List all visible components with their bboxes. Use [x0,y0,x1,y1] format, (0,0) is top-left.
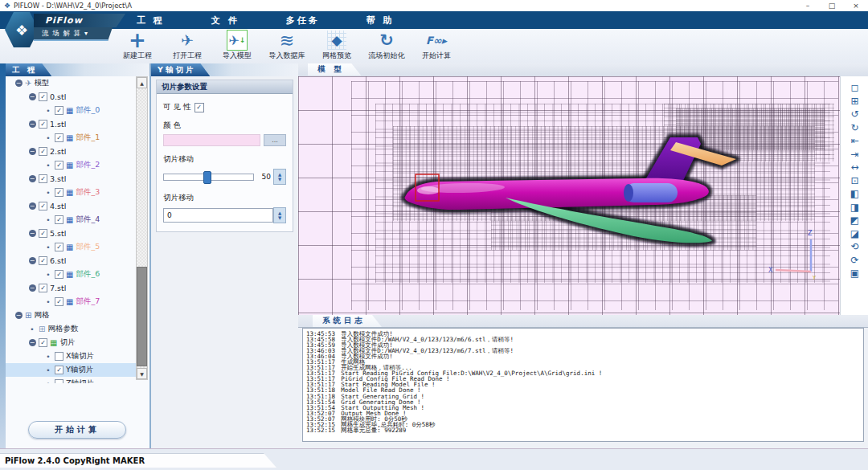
tree-item-label[interactable]: 网格参数 [47,324,78,334]
tree-expander-icon[interactable] [43,161,53,170]
tree-item-label[interactable]: 部件_5 [76,242,100,252]
tree-item-label[interactable]: 部件_0 [76,105,100,116]
scrollbar-thumb[interactable] [137,267,147,366]
tree-expander-icon[interactable] [43,216,53,224]
tree-row[interactable]: 网格参数 [6,322,138,336]
tree-checkbox[interactable] [39,256,47,265]
tree-row[interactable]: 模型 [6,76,138,90]
tree-row[interactable]: 部件_2 [6,158,138,172]
tree-expander-icon[interactable] [43,353,53,361]
view-control-icon[interactable]: ↺ [850,108,858,121]
tree-item-label[interactable]: 1.stl [50,120,66,129]
tree-expander-icon[interactable] [43,189,53,197]
tree-expander-icon[interactable] [27,175,37,182]
view-control-icon[interactable]: ⟳ [850,254,858,268]
tree-expander-icon[interactable] [27,121,37,128]
tree-item-label[interactable]: X轴切片 [66,351,94,362]
tree-expander-icon[interactable] [43,243,53,251]
tree-row[interactable]: 部件_5 [6,240,138,254]
spin-down-icon[interactable]: ▼ [278,215,281,220]
menu-item[interactable]: 工 程 [137,14,165,27]
tree-row[interactable]: 部件_7 [6,295,138,309]
maximize-button[interactable]: □ [820,0,844,11]
tree-checkbox[interactable] [39,284,47,292]
tree-expander-icon[interactable] [27,339,37,346]
tree-expander-icon[interactable] [27,202,37,210]
view-control-icon[interactable]: ◧ [850,187,859,201]
tree-checkbox[interactable] [39,229,47,238]
tree-expander-icon[interactable] [43,380,53,384]
tree-item-label[interactable]: 6.stl [50,256,66,265]
tree-checkbox[interactable] [55,366,63,374]
tree-row[interactable]: 4.stl [6,199,138,213]
view-control-icon[interactable]: ◪ [850,227,859,241]
tree-checkbox[interactable] [55,352,63,361]
tree-checkbox[interactable] [55,161,63,170]
minimize-button[interactable]: – [796,0,820,11]
tree-row[interactable]: Y轴切片 [6,363,138,377]
tree-item-label[interactable]: 部件_6 [76,269,100,280]
slider-handle[interactable] [203,171,211,184]
tree-expander-icon[interactable] [14,80,23,87]
scroll-up-icon[interactable] [137,77,147,88]
view-control-icon[interactable]: ⊡ [850,174,858,188]
tree-item-label[interactable]: 5.stl [50,229,66,238]
color-swatch[interactable] [163,134,260,146]
tree-row[interactable]: 网格 [6,309,138,322]
view-control-icon[interactable]: ↻ [850,121,858,135]
toolbar-button[interactable]: 打开工程 [162,30,212,63]
view-control-icon[interactable]: ⇤ [850,134,858,148]
tree-row[interactable]: 切片 [6,336,138,349]
tree-row[interactable]: 7.stl [6,281,138,295]
log-output[interactable]: 13:45:53导入数模文件成功! 13:45:58导入数模文件D:/WAH/V… [302,328,864,442]
tree-expander-icon[interactable] [27,93,37,100]
slice-move-slider[interactable] [163,174,254,181]
view-control-icon[interactable]: ◻ [851,81,859,95]
tree-checkbox[interactable] [55,297,63,306]
tree-checkbox[interactable] [55,106,63,115]
tree-row[interactable]: 部件_1 [6,131,138,145]
tree-checkbox[interactable] [39,120,47,129]
tree-expander-icon[interactable] [27,230,37,237]
tree-expander-icon[interactable] [43,107,53,115]
visibility-checkbox[interactable] [194,103,204,112]
tree-checkbox[interactable] [39,174,47,183]
tree-checkbox[interactable] [55,379,63,383]
tab-model[interactable]: 模 型 [308,63,361,76]
tree-expander-icon[interactable] [27,148,37,155]
view-control-icon[interactable]: ◩ [850,214,859,227]
tree-item-label[interactable]: 部件_2 [76,160,100,170]
view-control-icon[interactable]: ◨ [850,201,859,215]
toolbar-button[interactable]: 导入数据库 [262,30,312,63]
tree-checkbox[interactable] [55,270,63,279]
tree-item-label[interactable]: 部件_1 [76,133,100,143]
solver-mode-dropdown[interactable]: 流 场 解 算 [34,27,113,41]
tree-row[interactable]: 3.stl [6,172,138,186]
tree-row[interactable]: 2.stl [6,145,138,158]
toolbar-button[interactable]: 开始计算 [411,30,461,63]
tree-row[interactable]: 6.stl [6,254,138,268]
slice-move-input[interactable]: 0 [163,208,273,223]
slider-spinner[interactable]: ▲▼ [273,169,286,185]
tree-row[interactable]: Z轴切片 [6,377,138,383]
tab-system-log[interactable]: 系统日志 [313,315,382,327]
view-control-icon[interactable]: ⟲ [850,240,858,254]
tree-checkbox[interactable] [39,92,47,101]
tree-expander-icon[interactable] [14,312,23,319]
menu-item[interactable]: 文 件 [211,14,240,27]
tree-item-label[interactable]: 网格 [34,310,49,321]
toolbar-button[interactable]: 导入模型 [212,30,262,63]
tree-item-label[interactable]: Y轴切片 [66,365,93,375]
tree-expander-icon[interactable] [43,298,53,306]
tree-expander-icon[interactable] [27,257,37,264]
tree-expander-icon[interactable] [27,284,37,292]
tree-item-label[interactable]: 4.stl [50,202,66,210]
color-picker-button[interactable]: ... [264,134,286,146]
tree-checkbox[interactable] [55,133,63,142]
tree-row[interactable]: 部件_4 [6,213,138,227]
tree-item-label[interactable]: 2.stl [50,147,66,156]
tree-item-label[interactable]: 部件_4 [76,215,100,225]
menu-item[interactable]: 帮 助 [366,14,395,27]
tree-checkbox[interactable] [39,202,47,210]
menu-item[interactable]: 多任务 [286,14,320,27]
